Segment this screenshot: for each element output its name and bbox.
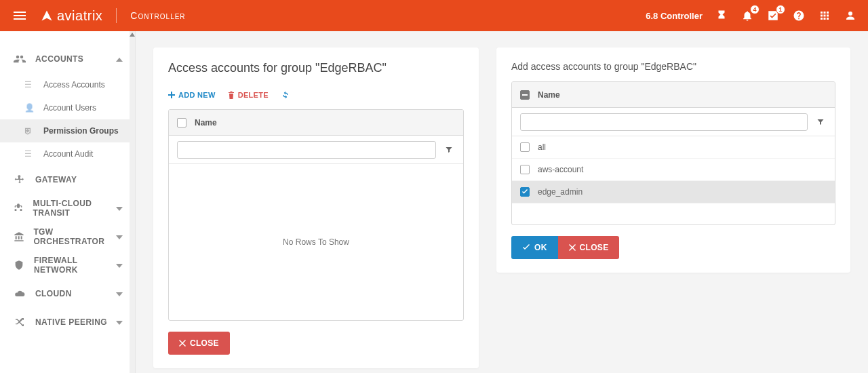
left-grid-body: No Rows To Show — [169, 164, 463, 320]
grid-row-aws-account[interactable]: aws-account — [512, 159, 835, 181]
row-label: all — [538, 142, 546, 152]
user-icon[interactable] — [844, 9, 857, 22]
apps-grid-icon[interactable] — [818, 9, 831, 22]
close-label: CLOSE — [190, 338, 219, 348]
right-select-all-checkbox[interactable] — [520, 90, 538, 100]
version-label: 6.8 Controller — [646, 11, 703, 21]
sub-permission-groups-label: Permission Groups — [43, 126, 119, 136]
refresh-button[interactable] — [281, 90, 290, 100]
sub-account-audit[interactable]: ☰ Account Audit — [0, 142, 135, 165]
brand-logo: aviatrix — [41, 8, 102, 24]
add-new-button[interactable]: ADD NEW — [168, 91, 216, 99]
scroll-up-arrow-icon[interactable] — [130, 33, 135, 38]
left-grid-name-column: Name — [195, 118, 217, 127]
sub-account-users-label: Account Users — [43, 103, 96, 113]
nav-tgw-label: TGW ORCHESTRATOR — [33, 227, 116, 246]
list-icon: ☰ — [24, 80, 37, 90]
close-button-right[interactable]: CLOSE — [558, 236, 620, 259]
right-grid: Name all aws-account — [511, 81, 835, 225]
nav-multi-cloud-transit-label: MULTI-CLOUD TRANSIT — [33, 199, 116, 218]
menu-toggle-icon[interactable] — [11, 9, 28, 22]
left-toolbar: ADD NEW DELETE — [168, 90, 464, 100]
right-grid-name-column: Name — [538, 90, 560, 100]
header-right: 6.8 Controller 4 1 — [646, 9, 857, 22]
shield-icon — [12, 260, 26, 271]
sub-permission-groups[interactable]: ⛨ Permission Groups — [0, 119, 135, 142]
main-content: Access accounts for group "EdgeRBAC" ADD… — [136, 31, 868, 373]
access-accounts-panel: Access accounts for group "EdgeRBAC" ADD… — [153, 47, 479, 368]
chevron-up-icon — [116, 54, 123, 64]
cloud-icon — [12, 288, 27, 299]
left-grid-filter-input[interactable] — [177, 141, 436, 159]
left-grid-filter-row — [169, 136, 463, 164]
nav-cloudn[interactable]: CLOUDN — [0, 279, 135, 308]
hourglass-icon[interactable] — [715, 9, 728, 22]
empty-message: No Rows To Show — [283, 237, 349, 247]
right-grid-header: Name — [512, 82, 835, 108]
user-small-icon: 👤 — [24, 103, 37, 113]
right-grid-body: all aws-account edge_admin — [512, 136, 835, 224]
ok-button[interactable]: OK — [511, 236, 558, 259]
sub-access-accounts-label: Access Accounts — [43, 80, 105, 90]
move-icon — [12, 174, 27, 185]
nav-accounts-label: ACCOUNTS — [35, 54, 83, 64]
nav-gateway-label: GATEWAY — [35, 175, 77, 184]
chevron-down-icon — [116, 203, 123, 213]
add-accounts-panel: Add access accounts to group "EdgeRBAC" … — [496, 47, 850, 273]
nav-tgw-orchestrator[interactable]: TGW ORCHESTRATOR — [0, 222, 135, 251]
brand-text: aviatrix — [57, 8, 102, 24]
row-checkbox[interactable] — [520, 142, 538, 152]
grid-row-edge-admin[interactable]: edge_admin — [512, 181, 835, 203]
right-grid-filter-row — [512, 108, 835, 136]
row-checkbox[interactable] — [520, 187, 538, 197]
left-panel-title: Access accounts for group "EdgeRBAC" — [168, 61, 464, 75]
brand-subtitle: Controller — [130, 10, 185, 21]
grid-row-all[interactable]: all — [512, 136, 835, 159]
users-icon — [12, 53, 27, 65]
network-icon — [12, 203, 25, 214]
brand-separator — [116, 8, 117, 23]
nav-firewall-network[interactable]: FIREWALL NETWORK — [0, 251, 135, 279]
right-panel-title: Add access accounts to group "EdgeRBAC" — [511, 61, 835, 72]
delete-button[interactable]: DELETE — [228, 91, 269, 99]
sidebar: ACCOUNTS ☰ Access Accounts 👤 Account Use… — [0, 31, 136, 373]
sub-account-users[interactable]: 👤 Account Users — [0, 96, 135, 119]
right-grid-filter-input[interactable] — [520, 113, 808, 131]
bank-icon — [12, 231, 25, 242]
group-icon: ⛨ — [24, 126, 37, 136]
check-badge: 1 — [776, 5, 785, 14]
nav-multi-cloud-transit[interactable]: MULTI-CLOUD TRANSIT — [0, 194, 135, 222]
nav-gateway[interactable]: GATEWAY — [0, 165, 135, 194]
row-label: aws-account — [538, 165, 583, 174]
chevron-down-icon — [116, 232, 123, 241]
top-header: aviatrix Controller 6.8 Controller 4 1 — [0, 0, 868, 31]
left-button-row: CLOSE — [168, 332, 464, 355]
nav-native-peering[interactable]: NATIVE PEERING — [0, 308, 135, 336]
bell-badge: 4 — [750, 5, 760, 14]
filter-icon[interactable] — [814, 118, 827, 126]
sub-access-accounts[interactable]: ☰ Access Accounts — [0, 73, 135, 96]
row-label: edge_admin — [538, 187, 583, 197]
filter-icon[interactable] — [443, 146, 455, 154]
left-grid: Name No Rows To Show — [168, 109, 464, 321]
nav-native-peering-label: NATIVE PEERING — [35, 317, 107, 327]
add-new-label: ADD NEW — [178, 91, 216, 99]
nav-firewall-label: FIREWALL NETWORK — [34, 256, 116, 275]
sub-account-audit-label: Account Audit — [43, 149, 93, 159]
nav-accounts[interactable]: ACCOUNTS — [0, 45, 135, 73]
chevron-down-icon — [116, 289, 123, 298]
delete-label: DELETE — [238, 91, 269, 99]
select-all-checkbox[interactable] — [177, 118, 195, 127]
sidebar-scrollbar[interactable] — [130, 31, 135, 373]
nav-cloudn-label: CLOUDN — [35, 289, 72, 298]
check-box-icon[interactable]: 1 — [766, 9, 780, 22]
left-grid-header: Name — [169, 110, 463, 136]
close-right-label: CLOSE — [580, 243, 609, 252]
chevron-down-icon — [116, 260, 123, 270]
help-icon[interactable] — [792, 9, 806, 22]
close-button[interactable]: CLOSE — [168, 332, 230, 355]
chevron-down-icon — [116, 317, 123, 327]
bell-icon[interactable]: 4 — [741, 9, 754, 22]
ok-label: OK — [534, 243, 547, 252]
row-checkbox[interactable] — [520, 165, 538, 174]
